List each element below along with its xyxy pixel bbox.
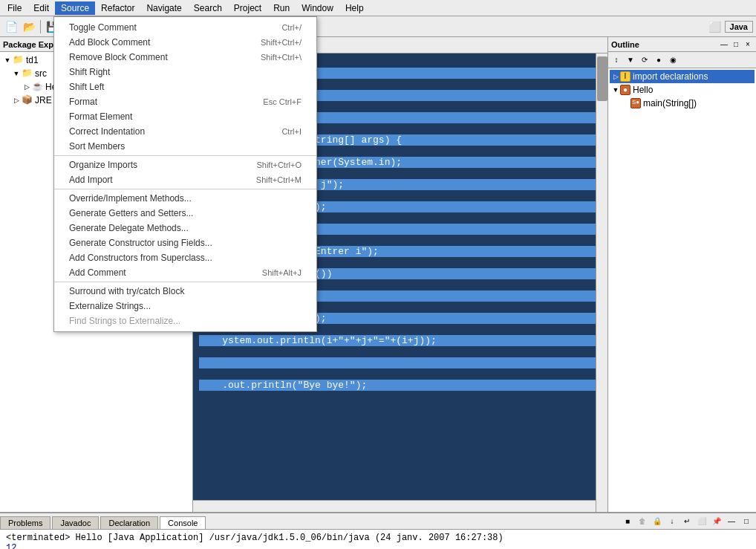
bottom-tabs: Problems Javadoc Declaration Console	[0, 513, 618, 530]
shift-left-label: Shift Left	[69, 82, 287, 92]
console-content: <terminated> Hello [Java Application] /u…	[0, 530, 756, 549]
minimize-outline-button[interactable]: —	[719, 39, 729, 50]
correct-indentation-item[interactable]: Correct Indentation Ctrl+I	[54, 124, 316, 139]
menu-edit[interactable]: Edit	[27, 1, 55, 15]
scroll-thumb-v[interactable]	[597, 56, 607, 101]
java-badge[interactable]: Java	[725, 21, 753, 33]
shift-right-item[interactable]: Shift Right	[54, 65, 316, 79]
scroll-lock-btn[interactable]: ↓	[665, 515, 679, 528]
add-constructors-label: Add Constructors from Superclass...	[69, 253, 302, 263]
outline-toolbar: ↕ ▼ ⟳ ● ◉	[608, 52, 756, 68]
add-import-label: Add Import	[69, 175, 241, 185]
generate-getters-label: Generate Getters and Setters...	[69, 208, 302, 218]
externalize-strings-item[interactable]: Externalize Strings...	[54, 299, 316, 314]
format-element-item[interactable]: Format Element	[54, 109, 316, 124]
open-console-btn[interactable]: ⬜	[695, 515, 708, 528]
vertical-scrollbar[interactable]	[596, 53, 607, 512]
add-comment-item[interactable]: Add Comment Shift+Alt+J	[54, 265, 316, 280]
format-element-label: Format Element	[69, 111, 287, 122]
tree-label: td1	[26, 55, 39, 65]
minimize-console-btn[interactable]: —	[725, 515, 738, 528]
tab-declaration[interactable]: Declaration	[100, 516, 158, 529]
format-item[interactable]: Format Esc Ctrl+F	[54, 94, 316, 109]
generate-getters-item[interactable]: Generate Getters and Setters...	[54, 206, 316, 221]
outline-tree: ▷ I import declarations ▼ ● Hello S● mai…	[608, 68, 756, 512]
menu-help[interactable]: Help	[339, 1, 370, 15]
menu-section-2: Organize Imports Shift+Ctrl+O Add Import…	[54, 156, 316, 189]
close-outline-button[interactable]: ×	[743, 39, 753, 50]
add-constructors-item[interactable]: Add Constructors from Superclass...	[54, 250, 316, 265]
maximize-outline-button[interactable]: □	[731, 39, 741, 50]
menu-window[interactable]: Window	[296, 1, 339, 15]
menu-navigate[interactable]: Navigate	[140, 1, 187, 15]
remove-block-comment-label: Remove Block Comment	[69, 52, 246, 62]
main-icon: S●	[630, 98, 641, 108]
add-comment-label: Add Comment	[69, 267, 247, 278]
tab-console[interactable]: Console	[160, 516, 206, 529]
new-button[interactable]: 📄	[3, 19, 19, 35]
code-line-15: .out.println("Bye bye!");	[199, 380, 602, 391]
find-strings-item[interactable]: Find Strings to Externalize...	[54, 314, 316, 328]
stop-console-btn[interactable]: ■	[621, 515, 634, 528]
code-line-13: ystem.out.println(i+"+"+j+"="+(i+j));	[199, 335, 602, 346]
shift-left-item[interactable]: Shift Left	[54, 79, 316, 94]
add-block-comment-item[interactable]: Add Block Comment Shift+Ctrl+/	[54, 35, 316, 50]
tab-problems[interactable]: Problems	[0, 516, 50, 529]
import-icon: I	[620, 71, 630, 82]
menu-refactor[interactable]: Refactor	[95, 1, 140, 15]
clear-console-btn[interactable]: 🗑	[636, 515, 649, 528]
toolbar-separator-1	[40, 20, 41, 33]
correct-indentation-shortcut: Ctrl+I	[281, 127, 302, 136]
add-import-shortcut: Shift+Ctrl+M	[256, 175, 302, 184]
organize-imports-label: Organize Imports	[69, 160, 241, 170]
format-shortcut: Esc Ctrl+F	[263, 97, 302, 106]
sync-outline-btn[interactable]: ⟳	[638, 53, 651, 67]
menu-project[interactable]: Project	[228, 1, 267, 15]
source-dropdown-menu: Toggle Comment Ctrl+/ Add Block Comment …	[53, 16, 317, 332]
toggle-comment-item[interactable]: Toggle Comment Ctrl+/	[54, 20, 316, 35]
bottom-toolbar: ■ 🗑 🔒 ↓ ↵ ⬜ 📌 — □	[618, 513, 756, 530]
toggle-comment-shortcut: Ctrl+/	[281, 23, 302, 32]
pin-console-btn[interactable]: 📌	[710, 515, 723, 528]
shift-right-label: Shift Right	[69, 67, 287, 77]
lock-console-btn[interactable]: 🔒	[651, 515, 664, 528]
expand-outline-btn[interactable]: ●	[652, 53, 665, 67]
maximize-button[interactable]: ⬜	[707, 19, 723, 35]
add-import-item[interactable]: Add Import Shift+Ctrl+M	[54, 172, 316, 187]
tree-arrow-src: ▼	[12, 70, 21, 77]
horizontal-scrollbar[interactable]	[193, 500, 596, 512]
open-button[interactable]: 📂	[21, 19, 37, 35]
generate-constructor-item[interactable]: Generate Constructor using Fields...	[54, 235, 316, 250]
add-comment-shortcut: Shift+Alt+J	[262, 268, 302, 277]
sort-members-item[interactable]: Sort Members	[54, 139, 316, 154]
add-block-comment-shortcut: Shift+Ctrl+/	[261, 38, 302, 47]
menu-search[interactable]: Search	[188, 1, 228, 15]
filter-outline-btn[interactable]: ▼	[624, 53, 637, 67]
surround-trycatch-item[interactable]: Surround with try/catch Block	[54, 284, 316, 299]
tree-arrow-hello: ▷	[22, 83, 31, 91]
organize-imports-item[interactable]: Organize Imports Shift+Ctrl+O	[54, 157, 316, 172]
maximize-console-btn[interactable]: □	[740, 515, 753, 528]
main-method-label: main(String[])	[643, 98, 697, 108]
menu-run[interactable]: Run	[267, 1, 296, 15]
sort-outline-btn[interactable]: ↕	[610, 53, 623, 67]
outline-item-main[interactable]: S● main(String[])	[610, 97, 755, 110]
generate-delegate-item[interactable]: Generate Delegate Methods...	[54, 221, 316, 235]
outline-item-hello[interactable]: ▼ ● Hello	[610, 83, 755, 97]
menu-file[interactable]: File	[1, 1, 27, 15]
hello-class-label: Hello	[633, 85, 653, 95]
hello-arrow: ▼	[611, 86, 620, 94]
outline-item-imports[interactable]: ▷ I import declarations	[610, 70, 755, 83]
src-label: src	[35, 68, 47, 79]
outline-header: Outline — □ ×	[608, 37, 756, 52]
format-label: Format	[69, 97, 248, 107]
menu-source[interactable]: Source	[55, 1, 95, 15]
remove-block-comment-item[interactable]: Remove Block Comment Shift+Ctrl+\	[54, 50, 316, 65]
tab-javadoc[interactable]: Javadoc	[52, 516, 99, 529]
override-methods-item[interactable]: Override/Implement Methods...	[54, 191, 316, 206]
collapse-outline-btn[interactable]: ◉	[666, 53, 680, 67]
generate-constructor-label: Generate Constructor using Fields...	[69, 238, 302, 248]
java-icon: ☕	[31, 81, 43, 93]
word-wrap-btn[interactable]: ↵	[680, 515, 694, 528]
src-icon: 📁	[21, 68, 33, 79]
